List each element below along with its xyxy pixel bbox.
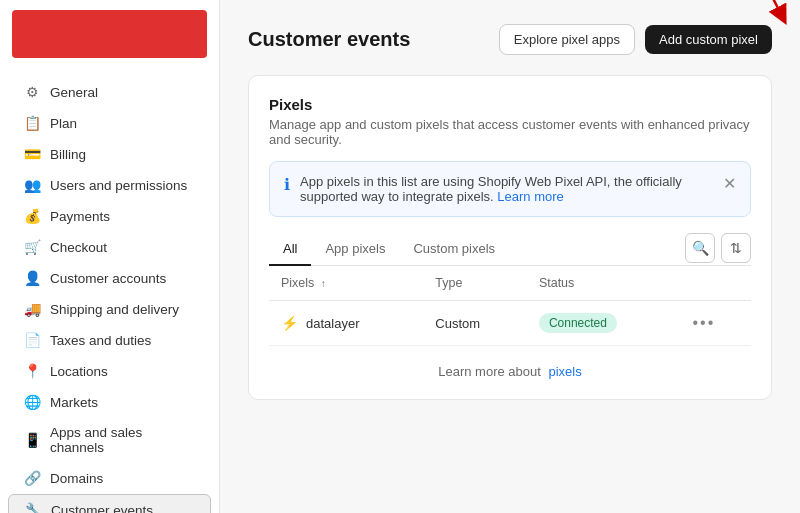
markets-icon: 🌐	[24, 394, 40, 410]
payments-icon: 💰	[24, 208, 40, 224]
pixels-tabs: All App pixels Custom pixels 🔍 ⇅	[269, 233, 751, 266]
column-actions	[681, 266, 752, 301]
table-actions: 🔍 ⇅	[685, 233, 751, 265]
sort-arrow-icon: ↑	[321, 278, 326, 289]
column-status: Status	[527, 266, 681, 301]
pixel-type-cell: Custom	[423, 301, 527, 346]
sort-icon: ⇅	[730, 240, 742, 256]
billing-icon: 💳	[24, 146, 40, 162]
users-icon: 👥	[24, 177, 40, 193]
locations-icon: 📍	[24, 363, 40, 379]
sidebar-item-label: Users and permissions	[50, 178, 187, 193]
table-header: Pixels ↑ Type Status	[269, 266, 751, 301]
pixel-status-cell: Connected	[527, 301, 681, 346]
tab-custom-pixels[interactable]: Custom pixels	[399, 233, 509, 266]
sidebar-item-plan[interactable]: 📋 Plan	[8, 108, 211, 138]
sidebar-item-domains[interactable]: 🔗 Domains	[8, 463, 211, 493]
sort-button[interactable]: ⇅	[721, 233, 751, 263]
page-title: Customer events	[248, 28, 410, 51]
search-button[interactable]: 🔍	[685, 233, 715, 263]
sidebar-item-markets[interactable]: 🌐 Markets	[8, 387, 211, 417]
info-banner: ℹ App pixels in this list are using Shop…	[269, 161, 751, 217]
info-icon: ℹ	[284, 175, 290, 194]
svg-line-0	[760, 0, 782, 16]
sidebar-item-customer-accounts[interactable]: 👤 Customer accounts	[8, 263, 211, 293]
pixels-table: Pixels ↑ Type Status ⚡ datalayer	[269, 266, 751, 346]
row-more-icon[interactable]: •••	[693, 314, 716, 331]
checkout-icon: 🛒	[24, 239, 40, 255]
sidebar-item-label: Domains	[50, 471, 103, 486]
sidebar-item-label: General	[50, 85, 98, 100]
info-banner-message: App pixels in this list are using Shopif…	[300, 174, 682, 204]
tab-all[interactable]: All	[269, 233, 311, 266]
tab-app-pixels[interactable]: App pixels	[311, 233, 399, 266]
info-banner-text: App pixels in this list are using Shopif…	[300, 174, 713, 204]
apps-icon: 📱	[24, 432, 40, 448]
sidebar-item-apps-sales-channels[interactable]: 📱 Apps and sales channels	[8, 418, 211, 462]
footer-note: Learn more about pixels	[269, 364, 751, 379]
sidebar: ⚙ General 📋 Plan 💳 Billing 👥 Users and p…	[0, 0, 220, 513]
search-icon: 🔍	[692, 240, 709, 256]
table-row: ⚡ datalayer Custom Connected •••	[269, 301, 751, 346]
plan-icon: 📋	[24, 115, 40, 131]
sidebar-item-checkout[interactable]: 🛒 Checkout	[8, 232, 211, 262]
taxes-icon: 📄	[24, 332, 40, 348]
customer-events-icon: 🔧	[25, 502, 41, 513]
store-logo	[12, 10, 207, 58]
sidebar-item-label: Taxes and duties	[50, 333, 151, 348]
sidebar-item-customer-events[interactable]: 🔧 Customer events	[8, 494, 211, 513]
pixel-item-icon: ⚡	[281, 315, 298, 331]
sidebar-item-label: Checkout	[50, 240, 107, 255]
general-icon: ⚙	[24, 84, 40, 100]
sidebar-item-payments[interactable]: 💰 Payments	[8, 201, 211, 231]
sidebar-item-label: Shipping and delivery	[50, 302, 179, 317]
add-custom-pixel-button[interactable]: Add custom pixel	[645, 25, 772, 54]
page-header: Customer events Explore pixel apps Add c…	[248, 24, 772, 55]
pixels-learn-more-link[interactable]: pixels	[549, 364, 582, 379]
sidebar-item-label: Customer accounts	[50, 271, 166, 286]
sidebar-item-label: Payments	[50, 209, 110, 224]
pixels-section-description: Manage app and custom pixels that access…	[269, 117, 751, 147]
info-banner-learn-more-link[interactable]: Learn more	[497, 189, 563, 204]
sidebar-item-label: Plan	[50, 116, 77, 131]
pixel-name-cell: ⚡ datalayer	[269, 301, 423, 346]
header-actions: Explore pixel apps Add custom pixel	[499, 24, 772, 55]
table-body: ⚡ datalayer Custom Connected •••	[269, 301, 751, 346]
main-content: Customer events Explore pixel apps Add c…	[220, 0, 800, 513]
pixel-name-label: datalayer	[306, 316, 359, 331]
column-pixels-label: Pixels	[281, 276, 314, 290]
customer-accounts-icon: 👤	[24, 270, 40, 286]
sidebar-nav: ⚙ General 📋 Plan 💳 Billing 👥 Users and p…	[0, 68, 219, 513]
arrow-annotation	[730, 0, 790, 28]
pixels-section-title: Pixels	[269, 96, 751, 113]
sidebar-item-taxes-duties[interactable]: 📄 Taxes and duties	[8, 325, 211, 355]
pixel-name-container: ⚡ datalayer	[281, 315, 411, 331]
sidebar-item-label: Customer events	[51, 503, 153, 514]
sidebar-item-users-permissions[interactable]: 👥 Users and permissions	[8, 170, 211, 200]
sidebar-item-label: Billing	[50, 147, 86, 162]
domains-icon: 🔗	[24, 470, 40, 486]
sidebar-item-locations[interactable]: 📍 Locations	[8, 356, 211, 386]
sidebar-item-general[interactable]: ⚙ General	[8, 77, 211, 107]
column-type: Type	[423, 266, 527, 301]
pixels-card: Pixels Manage app and custom pixels that…	[248, 75, 772, 400]
close-icon[interactable]: ✕	[723, 174, 736, 193]
footer-note-text: Learn more about	[438, 364, 541, 379]
sidebar-item-label: Apps and sales channels	[50, 425, 195, 455]
sidebar-item-billing[interactable]: 💳 Billing	[8, 139, 211, 169]
pixel-actions-cell: •••	[681, 301, 752, 346]
column-pixels: Pixels ↑	[269, 266, 423, 301]
sidebar-item-shipping-delivery[interactable]: 🚚 Shipping and delivery	[8, 294, 211, 324]
sidebar-item-label: Markets	[50, 395, 98, 410]
sidebar-item-label: Locations	[50, 364, 108, 379]
shipping-icon: 🚚	[24, 301, 40, 317]
explore-pixel-apps-button[interactable]: Explore pixel apps	[499, 24, 635, 55]
status-badge: Connected	[539, 313, 617, 333]
